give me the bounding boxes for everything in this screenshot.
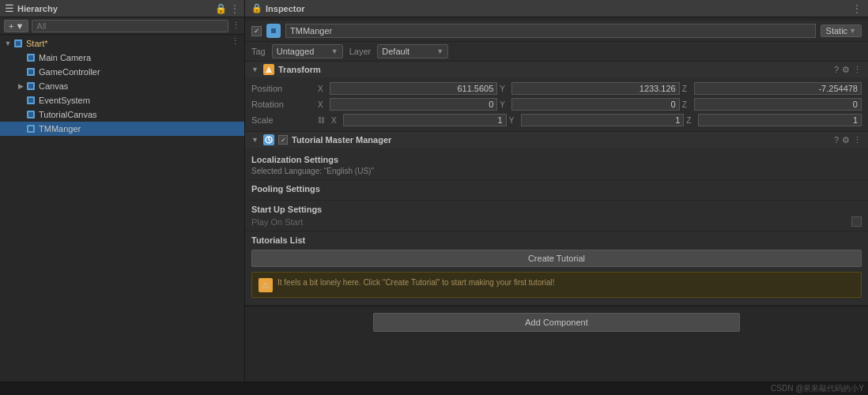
tutorials-title: Tutorials List [251,235,862,245]
add-component-button[interactable]: Add Component [373,313,739,332]
menu-dots-icon[interactable]: ⋮ [230,3,240,14]
add-hierarchy-button[interactable]: + ▼ [4,20,28,32]
transform-collapse-icon: ▼ [251,66,259,73]
position-z-input[interactable] [694,82,862,95]
rotation-z-input[interactable] [694,98,862,111]
tmm-component: ▼ ✓ Tutorial Master Manager ? ⚙ ⋮ [245,132,868,306]
transform-body: Position X Y Z Rotation [245,77,868,131]
watermark-text: CSDN @呆呆敲代码的小Y [771,384,864,393]
svg-rect-1 [16,41,21,46]
hierarchy-header: ☰ Hierarchy 🔒 ⋮ [0,0,244,17]
lock-icon[interactable]: 🔒 [215,3,227,14]
static-button[interactable]: Static ▼ [821,24,862,37]
tree-label-main-camera: Main Camera [39,53,91,62]
localization-title: Localization Settings [251,155,862,164]
scene-options-icon[interactable]: ⋮ [232,21,240,31]
play-on-start-checkbox[interactable] [851,216,862,227]
transform-icon [263,64,274,75]
warning-icon: ⚠ [259,278,273,292]
add-component-footer: Add Component [245,306,868,338]
tmm-body: Localization Settings Selected Language:… [245,148,868,305]
tree-item-event-system[interactable]: EventSystem [0,93,244,107]
scale-x-input[interactable] [343,114,507,126]
pooling-group: Pooling Settings [245,180,868,201]
inspector-lock-icon[interactable]: 🔒 [251,3,262,13]
hierarchy-content: Start* Main Camera GameController [0,35,244,382]
inspector-header: 🔒 Inspector ⋮ [245,0,868,17]
svg-rect-13 [28,126,33,131]
tree-label-game-controller: GameController [39,67,100,77]
hierarchy-toolbar: + ▼ ⋮ [0,17,244,35]
scale-x-label: X [331,116,341,125]
transform-component: ▼ Transform ? ⚙ ⋮ Position [245,62,868,132]
pos-z-label: Z [682,85,692,93]
tmm-menu-icon[interactable]: ⋮ [853,135,862,145]
startup-group: Start Up Settings Play On Start [245,201,868,231]
static-dropdown-arrow: ▼ [849,27,856,35]
object-icon [266,24,281,38]
tree-item-start[interactable]: Start* [0,36,244,51]
position-label: Position [251,84,315,93]
create-tutorial-label: Create Tutorial [528,254,585,263]
scale-y-input[interactable] [521,114,685,126]
tmm-collapse-icon: ▼ [251,136,259,144]
svg-rect-3 [28,55,33,60]
expand-arrow-start [3,40,13,47]
plus-icon: + [9,21,13,31]
rotation-y-input[interactable] [511,98,679,111]
tree-item-tmmanger[interactable]: TMManger [0,122,244,136]
tree-label-start: Start* [26,39,48,48]
add-component-label: Add Component [525,318,588,327]
gameobj-icon-event-system [25,95,36,106]
localization-value: Selected Language: "English (US)" [251,167,862,175]
object-header: ✓ Static ▼ [245,21,868,42]
tmm-icon [263,134,274,145]
layer-dropdown[interactable]: Default ▼ [377,44,448,58]
tree-item-canvas[interactable]: Canvas [0,79,244,93]
layer-arrow-icon: ▼ [436,47,443,55]
transform-menu-icon[interactable]: ⋮ [853,65,862,75]
svg-line-18 [269,140,270,141]
object-name-field[interactable] [285,24,816,38]
rotation-x-input[interactable] [330,98,497,111]
object-active-checkbox[interactable]: ✓ [251,26,262,36]
create-tutorial-button[interactable]: Create Tutorial [251,250,862,267]
tag-label: Tag [251,47,266,56]
inspector-content: ✓ Static ▼ Tag Untagged [245,17,868,382]
hierarchy-context-icon[interactable]: ⋮ [231,36,240,47]
rotation-xyz: X Y Z [318,98,862,111]
layer-value: Default [382,47,409,56]
tmm-settings-icon[interactable]: ⚙ [842,135,850,145]
transform-help-icon[interactable]: ? [834,65,839,75]
svg-rect-11 [28,112,33,117]
transform-settings-icon[interactable]: ⚙ [842,65,850,75]
position-y-input[interactable] [511,82,679,95]
position-x-input[interactable] [330,82,497,95]
tutorials-section: Tutorials List Create Tutorial ⚠ It feel… [245,231,868,302]
svg-rect-9 [28,98,33,103]
inspector-menu-icon[interactable]: ⋮ [852,3,862,14]
gameobj-icon-game-controller [25,66,36,77]
gameobj-icon-canvas [25,81,36,92]
tag-dropdown[interactable]: Untagged ▼ [272,44,343,58]
scale-xyz: ⛓ X Y Z [318,114,862,126]
tree-item-tutorial-canvas[interactable]: TutorialCanvas [0,107,244,122]
tmm-help-icon[interactable]: ? [834,135,839,145]
add-btn-arrow: ▼ [15,21,24,31]
transform-header[interactable]: ▼ Transform ? ⚙ ⋮ [245,62,868,77]
tag-value: Untagged [277,47,315,56]
position-xyz: X Y Z [318,82,862,95]
scale-z-label: Z [686,116,696,125]
scale-y-label: Y [509,116,519,125]
tree-item-game-controller[interactable]: GameController [0,65,244,79]
play-on-start-label: Play On Start [251,217,847,227]
hierarchy-search-input[interactable] [32,20,228,32]
tree-item-main-camera[interactable]: Main Camera [0,51,244,65]
warning-box: ⚠ It feels a bit lonely here. Click "Cre… [251,272,862,298]
scale-z-input[interactable] [698,114,862,126]
tree-label-canvas: Canvas [39,81,68,91]
tmm-enabled-checkbox[interactable]: ✓ [278,135,288,145]
warning-text: It feels a bit lonely here. Click "Creat… [277,277,555,288]
tmm-header[interactable]: ▼ ✓ Tutorial Master Manager ? ⚙ ⋮ [245,132,868,148]
gameobj-icon-tutorial-canvas [25,109,36,120]
